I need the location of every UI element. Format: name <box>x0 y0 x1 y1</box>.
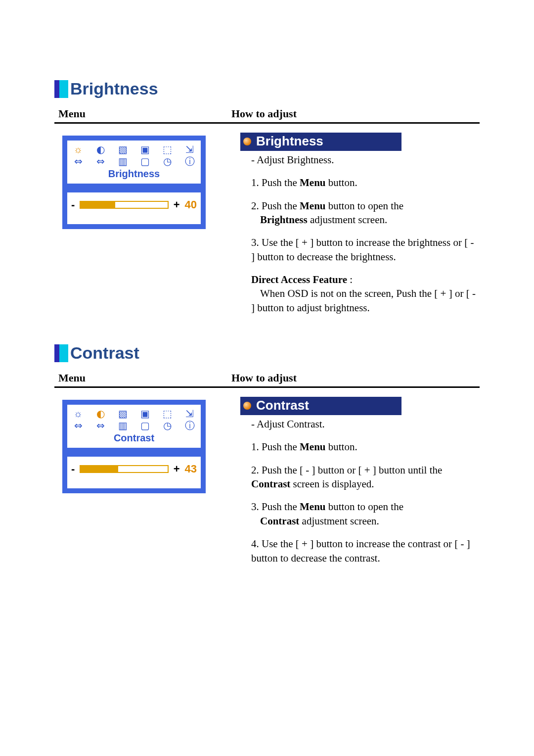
instruction-badge-label: Contrast <box>256 398 309 413</box>
instruction-badge: Contrast <box>240 397 401 415</box>
osd-icon-row-bottom: ⇔ ⇔ ▥ ▢ ◷ ⓘ <box>71 155 197 167</box>
osd-panel-brightness: ☼ ◐ ▧ ▣ ⬚ ⇲ ⇔ ⇔ ▥ ▢ ◷ ⓘ B <box>62 136 206 229</box>
contrast-icon: ◐ <box>93 143 107 155</box>
plus-icon: + <box>174 463 180 475</box>
section-tab-icon <box>54 80 68 98</box>
step-4: 4. Use the [ + ] button to increase the … <box>251 537 480 565</box>
instructions-col: Contrast - Adjust Contrast. 1. Push the … <box>235 397 480 574</box>
instruction-steps: - Adjust Contrast. 1. Push the Menu butt… <box>240 417 480 565</box>
osd-preview-col: ☼ ◐ ▧ ▣ ⬚ ⇲ ⇔ ⇔ ▥ ▢ ◷ ⓘ B <box>54 133 235 229</box>
osd-icon: ◷ <box>161 420 175 431</box>
slider-track <box>80 465 168 473</box>
osd-icon: ▥ <box>116 420 130 431</box>
col-howto-label: How to adjust <box>231 372 480 384</box>
instruction-badge: Brightness <box>240 133 401 151</box>
col-howto-label: How to adjust <box>231 107 480 120</box>
osd-icon: ⇔ <box>93 155 107 167</box>
osd-preview-col: ☼ ◐ ▧ ▣ ⬚ ⇲ ⇔ ⇔ ▥ ▢ ◷ ⓘ C <box>54 397 235 493</box>
osd-icon: ▢ <box>138 155 152 167</box>
minus-icon: - <box>71 463 75 475</box>
column-headers: Menu How to adjust <box>54 372 480 384</box>
plus-icon: + <box>174 198 180 211</box>
osd-caption: Brightness <box>71 167 197 182</box>
osd-icon: ⬚ <box>161 408 175 420</box>
contrast-icon: ◐ <box>93 408 107 420</box>
document-page: Brightness Menu How to adjust ☼ ◐ ▧ ▣ ⬚ … <box>0 0 534 756</box>
info-icon: ⓘ <box>183 420 197 431</box>
osd-icon: ▢ <box>138 420 152 431</box>
slider-fill <box>81 202 115 208</box>
divider <box>54 122 480 124</box>
step-3: 3. Use the [ + ] button to increase the … <box>251 236 480 264</box>
osd-icon: ⇔ <box>71 155 85 167</box>
slider-value: 43 <box>185 463 197 475</box>
col-menu-label: Menu <box>58 107 231 120</box>
step-1: 1. Push the Menu button. <box>251 440 480 454</box>
bullet-icon <box>243 402 251 410</box>
brightness-icon: ☼ <box>71 143 85 155</box>
osd-icon: ▥ <box>116 155 130 167</box>
brightness-icon: ☼ <box>71 408 85 420</box>
osd-icon-row-bottom: ⇔ ⇔ ▥ ▢ ◷ ⓘ <box>71 420 197 431</box>
osd-slider: - + 43 <box>67 457 201 488</box>
section-title: Brightness <box>70 79 158 98</box>
osd-slider: - + 40 <box>67 192 201 224</box>
osd-icon: ⇔ <box>93 420 107 431</box>
osd-icon: ◷ <box>161 155 175 167</box>
instructions-col: Brightness - Adjust Brightness. 1. Push … <box>235 133 480 324</box>
brightness-row: ☼ ◐ ▧ ▣ ⬚ ⇲ ⇔ ⇔ ▥ ▢ ◷ ⓘ B <box>54 133 480 324</box>
section-title: Contrast <box>70 343 139 363</box>
minus-icon: - <box>71 198 75 211</box>
osd-icon-grid: ☼ ◐ ▧ ▣ ⬚ ⇲ ⇔ ⇔ ▥ ▢ ◷ ⓘ B <box>67 141 201 184</box>
section-tab-icon <box>54 344 68 362</box>
bullet-icon <box>243 138 251 145</box>
slider-value: 40 <box>185 198 197 211</box>
instruction-steps: - Adjust Brightness. 1. Push the Menu bu… <box>240 153 480 315</box>
step-3: 3. Push the Menu button to open the Cont… <box>251 500 480 528</box>
direct-access-feature: Direct Access Feature : When OSD is not … <box>251 273 480 315</box>
step-1: 1. Push the Menu button. <box>251 176 480 189</box>
osd-icon-grid: ☼ ◐ ▧ ▣ ⬚ ⇲ ⇔ ⇔ ▥ ▢ ◷ ⓘ C <box>67 405 201 448</box>
osd-icon: ⇔ <box>71 420 85 431</box>
step-2: 2. Push the Menu button to open the Brig… <box>251 199 480 227</box>
section-heading-brightness: Brightness <box>54 79 480 98</box>
osd-panel-contrast: ☼ ◐ ▧ ▣ ⬚ ⇲ ⇔ ⇔ ▥ ▢ ◷ ⓘ C <box>62 400 206 493</box>
osd-icon: ▧ <box>116 143 130 155</box>
osd-icon: ▣ <box>138 408 152 420</box>
step-summary: - Adjust Contrast. <box>251 417 480 431</box>
osd-caption: Contrast <box>71 431 197 446</box>
slider-fill <box>81 466 118 472</box>
section-heading-contrast: Contrast <box>54 343 480 363</box>
osd-icon-row-top: ☼ ◐ ▧ ▣ ⬚ ⇲ <box>71 143 197 155</box>
osd-icon-row-top: ☼ ◐ ▧ ▣ ⬚ ⇲ <box>71 408 197 420</box>
osd-icon: ⇲ <box>183 143 197 155</box>
contrast-row: ☼ ◐ ▧ ▣ ⬚ ⇲ ⇔ ⇔ ▥ ▢ ◷ ⓘ C <box>54 397 480 574</box>
info-icon: ⓘ <box>183 155 197 167</box>
step-2: 2. Push the [ - ] button or [ + ] button… <box>251 463 480 491</box>
osd-icon: ⬚ <box>161 143 175 155</box>
osd-icon: ▧ <box>116 408 130 420</box>
divider <box>54 386 480 388</box>
slider-track <box>80 201 168 209</box>
osd-icon: ⇲ <box>183 408 197 420</box>
osd-icon: ▣ <box>138 143 152 155</box>
column-headers: Menu How to adjust <box>54 107 480 120</box>
instruction-badge-label: Brightness <box>256 134 323 149</box>
col-menu-label: Menu <box>58 372 231 384</box>
step-summary: - Adjust Brightness. <box>251 153 480 167</box>
